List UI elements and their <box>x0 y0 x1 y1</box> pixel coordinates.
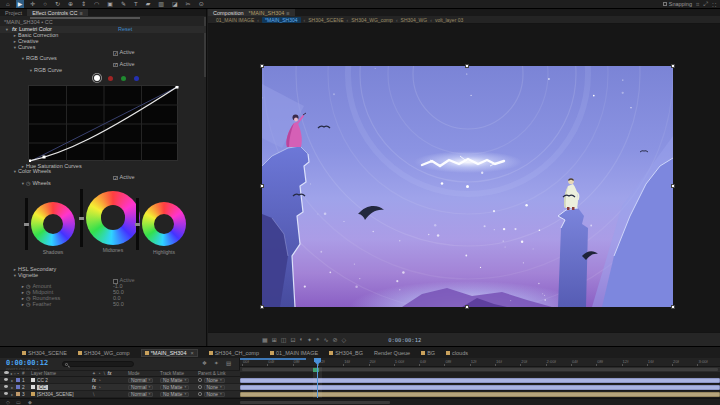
pickwhip-icon[interactable] <box>198 378 202 382</box>
puppet-tool[interactable]: ⊙ <box>197 0 206 8</box>
track-matte-dropdown[interactable]: No Matte▾ <box>160 385 189 390</box>
layer-row-3[interactable]: ▸ 3 [SH304_SCENE] ∖ Normal▾ No Matte▾ No… <box>0 391 240 398</box>
time-ruler[interactable]: 00f04f08f12f16f20f1:00f04f08f12f16f20f2:… <box>240 358 720 367</box>
layer-name[interactable]: CC 2 <box>37 378 48 383</box>
shadows-color-wheel[interactable] <box>31 202 75 246</box>
shared-view-icon[interactable]: ⤢ <box>703 1 708 8</box>
timeline-tab-sh304-scene[interactable]: SH304_SCENE <box>22 350 67 356</box>
twirl-right-icon[interactable]: ▸ <box>10 378 15 383</box>
parent-dropdown[interactable]: None▾ <box>204 385 225 390</box>
section-rgb-curve[interactable]: ▾ RGB Curve <box>0 68 206 74</box>
rgb-curve-graph[interactable] <box>28 85 178 161</box>
parent-dropdown[interactable]: None▾ <box>204 392 225 397</box>
param-value[interactable]: 50.0 <box>113 302 124 308</box>
midtones-color-wheel[interactable] <box>86 191 140 245</box>
selection-handle[interactable] <box>465 64 469 68</box>
orbit-camera-tool[interactable]: ↻ <box>53 0 62 8</box>
channel-white-button[interactable] <box>94 75 100 81</box>
pan-camera-tool[interactable]: ⊕ <box>66 0 75 8</box>
eye-icon[interactable] <box>4 385 8 388</box>
zoom-tool[interactable]: ○ <box>41 0 49 8</box>
timeline-search-input[interactable] <box>62 361 134 367</box>
selection-handle[interactable] <box>260 184 264 188</box>
column-parent-link[interactable]: Parent & Link <box>198 371 240 376</box>
composition-artwork[interactable] <box>262 66 673 307</box>
motion-blur-switch[interactable]: ◔ <box>98 385 101 390</box>
panel-menu-icon[interactable]: ≡ <box>286 10 289 16</box>
reset-button[interactable]: Reset <box>118 26 132 33</box>
mode-dropdown[interactable]: Normal▾ <box>128 378 153 383</box>
zoom-in-icon[interactable]: ◆ <box>28 399 32 405</box>
checkbox-checked-icon[interactable] <box>113 176 118 181</box>
roto-brush-tool[interactable]: ✂ <box>184 0 193 8</box>
selection-tool[interactable]: ▶ <box>16 0 25 8</box>
column-mode[interactable]: Mode <box>128 371 160 376</box>
motion-blur-switch[interactable]: ◔ <box>98 378 101 383</box>
fast-preview-icon[interactable]: ∿ <box>323 336 328 343</box>
timeline-tab-render-queue[interactable]: Render Queue <box>374 350 410 356</box>
motion-blur-icon[interactable]: ▤ <box>226 360 231 366</box>
checkbox-checked-icon[interactable] <box>113 63 118 68</box>
stopwatch-icon[interactable]: ◷ <box>26 302 30 308</box>
region-of-interest-icon[interactable]: ⊡ <box>290 336 295 343</box>
layer-bar-3[interactable] <box>240 392 720 397</box>
eye-icon[interactable] <box>4 392 8 395</box>
home-tool[interactable]: ⌂ <box>4 0 12 8</box>
layer-name[interactable]: CC <box>37 385 48 390</box>
layer-row-1[interactable]: ▸ 1 CC 2 fx◔ Normal▾ No Matte▾ None▾ <box>0 377 240 384</box>
checkbox-checked-icon[interactable] <box>113 51 118 56</box>
transparency-grid-icon[interactable]: ◐ <box>299 336 303 343</box>
track-matte-dropdown[interactable]: No Matte▾ <box>160 378 189 383</box>
breadcrumb-item[interactable]: SH304_SCENE <box>308 17 343 23</box>
timeline-tab-sh304-bg[interactable]: SH304_BG <box>329 350 363 356</box>
eraser-tool[interactable]: ◪ <box>170 0 180 8</box>
midtones-luma-slider[interactable] <box>80 189 83 247</box>
timeline-tab-bg[interactable]: BG <box>421 350 435 356</box>
channel-green-button[interactable] <box>121 76 126 81</box>
resolution-icon[interactable]: ⌖ <box>316 336 319 343</box>
composition-viewer[interactable] <box>208 24 720 332</box>
timeline-track-area[interactable]: 00f04f08f12f16f20f1:00f04f08f12f16f20f2:… <box>240 358 720 399</box>
timeline-scrollbar-thumb[interactable] <box>240 401 390 404</box>
pickwhip-icon[interactable] <box>198 392 202 396</box>
pen-tool[interactable]: ✎ <box>119 0 128 8</box>
always-preview-icon[interactable]: ▦ <box>262 336 268 343</box>
snapping-toggle[interactable]: Snapping <box>663 1 692 7</box>
label-color-chip[interactable] <box>16 378 20 382</box>
quality-switch[interactable]: ∖ <box>92 392 95 397</box>
twirl-right-icon[interactable]: ▸ <box>10 392 15 397</box>
magnification-icon[interactable]: ⊞ <box>272 336 277 343</box>
column-layer-name[interactable]: Layer Name <box>31 371 92 376</box>
selection-handle[interactable] <box>260 64 264 68</box>
label-color-chip[interactable] <box>16 385 20 389</box>
camera-lock-icon[interactable]: ⊘ <box>332 336 337 343</box>
clone-stamp-tool[interactable]: ▥ <box>156 0 166 8</box>
selection-handle[interactable] <box>465 305 469 309</box>
mode-dropdown[interactable]: Normal▾ <box>128 392 153 397</box>
timeline-tab-sh304-ch-comp[interactable]: SH304_CH_comp <box>209 350 259 356</box>
channel-red-button[interactable] <box>108 76 113 81</box>
tab-effect-controls[interactable]: Effect Controls CC ≡ <box>27 9 88 16</box>
shadows-luma-slider[interactable] <box>25 198 28 250</box>
effects-switch[interactable]: fx <box>92 378 96 383</box>
breadcrumb-item[interactable]: volt_layer 03 <box>435 17 463 23</box>
effects-switch[interactable]: fx <box>92 385 96 390</box>
workspace-icon[interactable]: ⌗ <box>696 1 699 8</box>
breadcrumb-item[interactable]: *MAIN_SH304 <box>262 17 301 23</box>
viewer-timecode[interactable]: 0:00:00:12 <box>388 337 421 343</box>
twirl-right-icon[interactable]: ▸ <box>10 385 15 390</box>
channel-icon[interactable]: ✦ <box>307 336 312 343</box>
zoom-out-icon[interactable]: ◇ <box>6 399 10 405</box>
timeline-horizontal-scroll-thumb[interactable] <box>240 358 306 360</box>
pickwhip-icon[interactable] <box>198 385 202 389</box>
zoom-slider-icon[interactable]: ▭ <box>16 399 21 405</box>
layer-bar-1[interactable] <box>240 378 720 383</box>
timeline-tab-01-main-image[interactable]: 01_MAIN IMAGE <box>270 350 318 356</box>
rotation-tool[interactable]: ◠ <box>92 0 101 8</box>
panel-menu-icon[interactable]: ≡ <box>80 10 83 16</box>
graph-editor-icon[interactable]: ✦ <box>214 360 219 366</box>
breadcrumb-item[interactable]: SH304_WG <box>401 17 428 23</box>
anchor-point[interactable] <box>466 185 469 188</box>
camera-tool[interactable]: ▣ <box>105 0 115 8</box>
selection-handle[interactable] <box>671 184 675 188</box>
